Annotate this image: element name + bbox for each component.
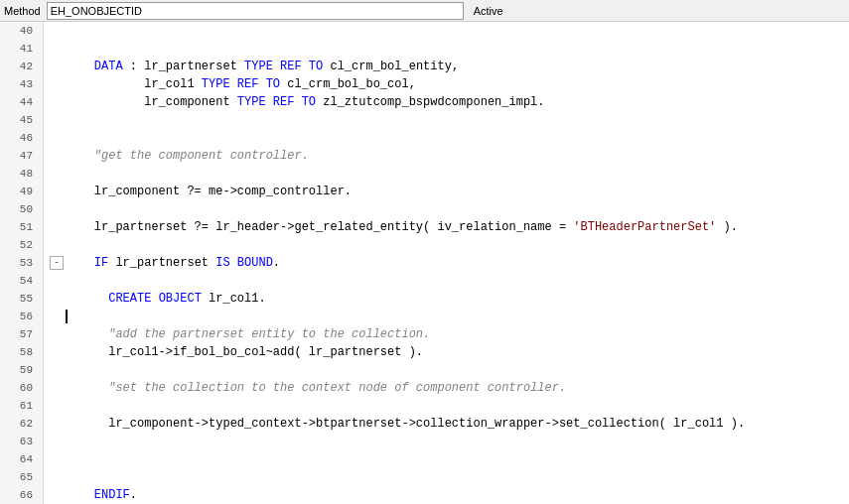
token-kw: ENDIF — [94, 486, 130, 504]
token-normal: lr_component->typed_context->btpartnerse… — [66, 415, 745, 433]
token-normal: cl_crm_bol_bo_col, — [280, 75, 416, 93]
code-line: lr_component ?= me->comp_controller. — [50, 183, 849, 200]
token-normal: : lr_partnerset — [123, 58, 244, 75]
line-number: 61 — [0, 397, 39, 415]
code-line — [50, 129, 849, 147]
token-normal — [66, 58, 94, 75]
token-normal: ). — [716, 218, 738, 236]
token-normal: . — [273, 254, 280, 272]
token-normal: . — [130, 486, 137, 504]
token-kw: TYPE REF TO — [202, 75, 280, 93]
token-str: 'BTHeaderPartnerSet' — [573, 218, 716, 236]
code-line — [50, 40, 849, 58]
line-number: 63 — [0, 433, 39, 450]
token-normal: lr_component — [66, 93, 237, 111]
code-lines[interactable]: DATA : lr_partnerset TYPE REF TO cl_crm_… — [44, 22, 849, 504]
line-number: 57 — [0, 325, 39, 343]
token-kw: CREATE OBJECT — [108, 290, 202, 308]
code-line: DATA : lr_partnerset TYPE REF TO cl_crm_… — [50, 58, 849, 75]
token-normal: zl_ztutcomp_bspwdcomponen_impl. — [316, 93, 544, 111]
line-number: 58 — [0, 343, 39, 361]
code-line: "add the partnerset entity to the collec… — [50, 325, 849, 343]
code-line — [50, 468, 849, 486]
line-number: 50 — [0, 200, 39, 218]
line-number: 45 — [0, 111, 39, 129]
token-normal: lr_col1. — [202, 290, 266, 308]
code-line — [50, 397, 849, 415]
token-kw: TYPE REF TO — [244, 58, 323, 75]
code-line — [50, 236, 849, 254]
code-line: ENDIF. — [50, 486, 849, 504]
code-line — [50, 111, 849, 129]
line-number: 56 — [0, 308, 39, 325]
line-number: 64 — [0, 450, 39, 468]
token-kw: IS BOUND — [215, 254, 273, 272]
token-kw: IF — [94, 254, 108, 272]
token-normal: lr_col1 — [66, 75, 202, 93]
line-number: 53 — [0, 254, 39, 272]
code-line: lr_col1->if_bol_bo_col~add( lr_partnerse… — [50, 343, 849, 361]
code-line: lr_col1 TYPE REF TO cl_crm_bol_bo_col, — [50, 75, 849, 93]
line-number: 54 — [0, 272, 39, 290]
token-normal — [66, 254, 94, 272]
code-line — [50, 165, 849, 183]
code-line: "get the component controller. — [50, 147, 849, 165]
token-normal: lr_component ?= me->comp_controller. — [66, 183, 352, 200]
token-normal: lr_col1->if_bol_bo_col~add( lr_partnerse… — [66, 343, 423, 361]
line-number: 62 — [0, 415, 39, 433]
code-line — [50, 450, 849, 468]
line-number: 51 — [0, 218, 39, 236]
token-comment: "add the partnerset entity to the collec… — [66, 325, 430, 343]
line-number: 66 — [0, 486, 39, 504]
code-line — [50, 433, 849, 450]
code-line — [50, 272, 849, 290]
status-label: Active — [474, 5, 503, 17]
line-number: 49 — [0, 183, 39, 200]
token-comment: "get the component controller. — [66, 147, 309, 165]
code-line — [50, 308, 849, 325]
token-normal: lr_partnerset — [108, 254, 215, 272]
line-number: 60 — [0, 379, 39, 397]
token-kw: DATA — [94, 58, 123, 75]
code-line: lr_component TYPE REF TO zl_ztutcomp_bsp… — [50, 93, 849, 111]
line-number: 47 — [0, 147, 39, 165]
line-number: 40 — [0, 22, 39, 40]
line-number: 52 — [0, 236, 39, 254]
line-number: 55 — [0, 290, 39, 308]
line-number: 42 — [0, 58, 39, 75]
code-line — [50, 200, 849, 218]
line-number: 46 — [0, 129, 39, 147]
method-input[interactable] — [47, 2, 464, 20]
code-line — [50, 22, 849, 40]
line-number: 48 — [0, 165, 39, 183]
fold-icon[interactable]: - — [50, 256, 64, 270]
header-bar: Method Active — [0, 0, 849, 22]
line-number: 43 — [0, 75, 39, 93]
line-number: 44 — [0, 93, 39, 111]
line-numbers: 4041424344454647484950515253545556575859… — [0, 22, 44, 504]
code-line: - IF lr_partnerset IS BOUND. — [50, 254, 849, 272]
line-number: 65 — [0, 468, 39, 486]
code-line: lr_component->typed_context->btpartnerse… — [50, 415, 849, 433]
token-normal — [66, 290, 108, 308]
code-area: 4041424344454647484950515253545556575859… — [0, 22, 849, 504]
method-label: Method — [4, 5, 41, 17]
code-line: CREATE OBJECT lr_col1. — [50, 290, 849, 308]
token-normal — [66, 486, 94, 504]
line-number: 59 — [0, 361, 39, 379]
token-normal: cl_crm_bol_entity, — [323, 58, 459, 75]
token-kw: TYPE REF TO — [237, 93, 316, 111]
token-normal: lr_partnerset ?= lr_header->get_related_… — [66, 218, 573, 236]
code-line: "set the collection to the context node … — [50, 379, 849, 397]
code-line: lr_partnerset ?= lr_header->get_related_… — [50, 218, 849, 236]
code-line — [50, 361, 849, 379]
line-number: 41 — [0, 40, 39, 58]
token-comment: "set the collection to the context node … — [66, 379, 566, 397]
